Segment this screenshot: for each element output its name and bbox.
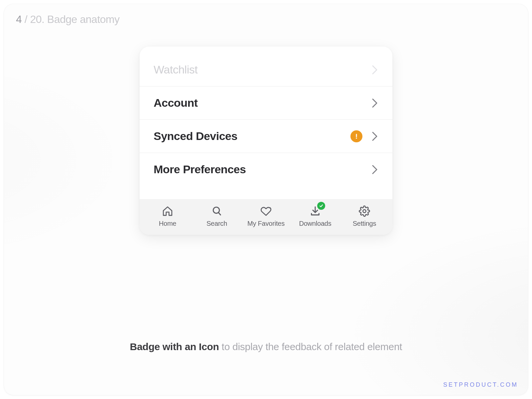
- caption-rest: to display the feedback of related eleme…: [219, 341, 402, 352]
- list-item-watchlist[interactable]: Watchlist: [140, 53, 392, 86]
- breadcrumb: 4 / 20. Badge anatomy: [16, 13, 120, 26]
- breadcrumb-sep: /: [22, 13, 30, 25]
- slide-caption: Badge with an Icon to display the feedba…: [4, 341, 528, 352]
- svg-line-3: [218, 212, 220, 215]
- breadcrumb-current: 4: [16, 13, 22, 25]
- tab-label: Downloads: [299, 220, 331, 227]
- chevron-right-icon: [371, 164, 378, 175]
- slide-canvas: 4 / 20. Badge anatomy Watchlist Account …: [4, 4, 528, 395]
- breadcrumb-total: 20. Badge anatomy: [30, 13, 119, 25]
- chevron-right-icon: [371, 97, 378, 109]
- list-item-label: Watchlist: [154, 63, 371, 76]
- tab-favorites[interactable]: My Favorites: [242, 205, 290, 227]
- list-item-label: Account: [154, 96, 371, 109]
- svg-point-1: [356, 137, 357, 139]
- tab-label: Home: [159, 220, 177, 227]
- list-item-account[interactable]: Account: [140, 86, 392, 120]
- caption-strong: Badge with an Icon: [130, 341, 219, 352]
- chevron-right-icon: [371, 64, 378, 75]
- watermark: SETPRODUCT.COM: [443, 381, 518, 388]
- tab-bar: Home Search My Favorites: [140, 199, 392, 235]
- tab-search[interactable]: Search: [193, 205, 241, 227]
- home-icon: [162, 205, 174, 217]
- list-item-label: Synced Devices: [154, 130, 350, 143]
- check-badge: [317, 202, 325, 210]
- gear-icon: [358, 205, 370, 217]
- tab-label: Search: [206, 220, 227, 227]
- alert-badge: [350, 130, 362, 142]
- tab-settings[interactable]: Settings: [340, 205, 388, 227]
- tab-downloads[interactable]: Downloads: [291, 205, 339, 227]
- tab-home[interactable]: Home: [144, 205, 192, 227]
- list-item-more-preferences[interactable]: More Preferences: [140, 153, 392, 186]
- heart-icon: [260, 205, 272, 217]
- search-icon: [211, 205, 223, 217]
- tab-label: Settings: [353, 220, 376, 227]
- settings-list: Watchlist Account Synced Devices: [140, 47, 392, 199]
- tab-label: My Favorites: [247, 220, 285, 227]
- svg-point-4: [363, 209, 366, 212]
- list-item-label: More Preferences: [154, 163, 371, 176]
- chevron-right-icon: [371, 131, 378, 142]
- download-icon: [309, 205, 321, 217]
- device-mock: Watchlist Account Synced Devices: [140, 47, 392, 235]
- list-item-synced-devices[interactable]: Synced Devices: [140, 120, 392, 153]
